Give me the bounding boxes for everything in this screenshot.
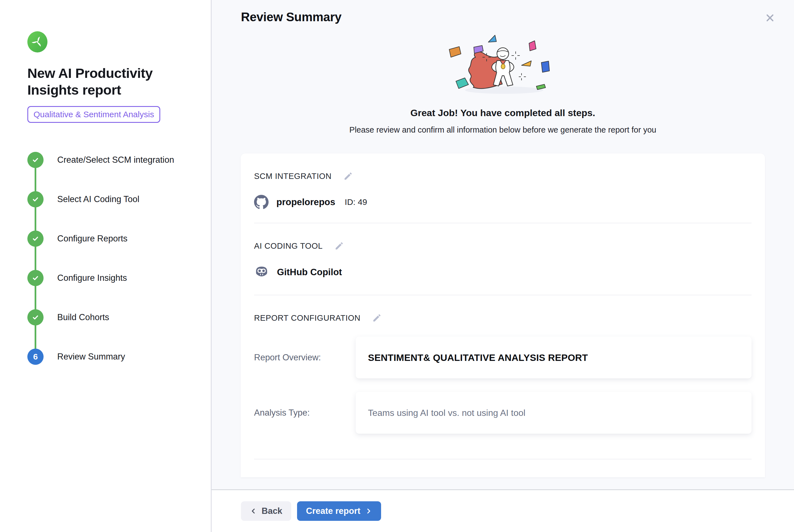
report-wizard-title: New AI Productivity Insights report <box>27 65 178 98</box>
check-icon <box>31 234 40 243</box>
wizard-footer: Back Create report <box>212 489 794 532</box>
step-done-circle <box>27 270 43 286</box>
scm-section-header: SCM INTEGRATION <box>254 153 752 182</box>
pencil-icon <box>343 171 353 181</box>
github-octocat-icon <box>254 195 269 209</box>
wizard-steps: Create/Select SCM integration Select AI … <box>27 152 200 365</box>
celebration-hero-illustration <box>441 34 564 95</box>
close-button[interactable] <box>762 10 778 26</box>
wizard-sidebar: New AI Productivity Insights report Qual… <box>0 0 212 532</box>
back-button-label: Back <box>262 506 282 516</box>
step-current-circle: 6 <box>27 349 43 365</box>
summary-card: SCM INTEGRATION propelorepos ID: 49 AI C… <box>241 153 765 477</box>
check-icon <box>31 195 40 204</box>
create-report-label: Create report <box>306 506 360 516</box>
close-icon <box>764 12 776 24</box>
report-config-section-label: REPORT CONFIGURATION <box>254 314 360 323</box>
step-label: Build Cohorts <box>57 312 109 322</box>
ai-tool-name: GitHub Copilot <box>277 267 342 278</box>
chevron-right-icon <box>365 508 372 515</box>
analysis-type-badge: Qualitative & Sentiment Analysis <box>27 106 160 123</box>
report-overview-row: Report Overview: SENTIMENT& QUALITATIVE … <box>254 337 752 379</box>
panel-title: Review Summary <box>241 10 341 24</box>
step-create-select-scm[interactable]: Create/Select SCM integration <box>27 152 200 168</box>
step-label: Review Summary <box>57 352 125 362</box>
pencil-icon <box>335 241 344 251</box>
step-done-circle <box>27 191 43 207</box>
step-label: Select AI Coding Tool <box>57 194 139 204</box>
scm-integration-row: propelorepos ID: 49 <box>254 195 752 209</box>
report-overview-value-box: SENTIMENT& QUALITATIVE ANALYSIS REPORT <box>356 337 752 379</box>
step-configure-reports[interactable]: Configure Reports <box>27 231 200 247</box>
check-icon <box>31 156 40 164</box>
ai-tool-section-label: AI CODING TOOL <box>254 242 323 251</box>
step-configure-insights[interactable]: Configure Insights <box>27 270 200 286</box>
step-done-circle <box>27 231 43 247</box>
step-build-cohorts[interactable]: Build Cohorts <box>27 309 200 325</box>
scm-integration-name: propelorepos <box>277 197 335 207</box>
congrats-heading: Great Job! You have completed all steps. <box>410 108 595 118</box>
report-overview-label: Report Overview: <box>254 353 356 363</box>
scm-integration-id: ID: 49 <box>345 197 367 207</box>
report-overview-value: SENTIMENT& QUALITATIVE ANALYSIS REPORT <box>368 352 588 363</box>
chevron-left-icon <box>250 508 257 515</box>
check-icon <box>31 313 40 322</box>
step-select-ai-tool[interactable]: Select AI Coding Tool <box>27 191 200 207</box>
edit-ai-tool-button[interactable] <box>334 241 344 251</box>
review-summary-content: Review Summary <box>212 0 794 489</box>
check-icon <box>31 274 40 282</box>
section-divider <box>254 459 752 459</box>
step-label: Create/Select SCM integration <box>57 155 174 165</box>
step-review-summary[interactable]: 6 Review Summary <box>27 349 200 365</box>
propeller-icon <box>31 36 43 48</box>
step-label: Configure Reports <box>57 234 128 244</box>
analysis-type-value: Teams using AI tool vs. not using AI too… <box>368 408 525 418</box>
github-copilot-icon <box>254 265 269 280</box>
pencil-icon <box>372 313 382 323</box>
step-number: 6 <box>33 352 38 361</box>
scm-section-label: SCM INTEGRATION <box>254 172 332 181</box>
ai-tool-row: GitHub Copilot <box>254 265 752 280</box>
back-button[interactable]: Back <box>241 501 291 521</box>
edit-scm-button[interactable] <box>343 171 354 182</box>
report-config-section-header: REPORT CONFIGURATION <box>254 312 752 323</box>
panel-header: Review Summary <box>212 0 794 26</box>
step-label: Configure Insights <box>57 273 127 283</box>
propeller-logo-icon <box>27 31 48 53</box>
step-connector-line <box>35 160 36 357</box>
ai-tool-section-header: AI CODING TOOL <box>254 241 752 251</box>
congrats-subheading: Please review and confirm all informatio… <box>349 125 656 135</box>
step-done-circle <box>27 152 43 168</box>
section-divider <box>254 295 752 295</box>
step-done-circle <box>27 309 43 325</box>
analysis-type-label: Analysis Type: <box>254 408 356 418</box>
analysis-type-value-box: Teams using AI tool vs. not using AI too… <box>356 392 752 434</box>
edit-report-config-button[interactable] <box>372 312 382 323</box>
section-divider <box>254 223 752 223</box>
analysis-type-row: Analysis Type: Teams using AI tool vs. n… <box>254 392 752 434</box>
review-summary-panel: Review Summary <box>212 0 794 532</box>
create-report-button[interactable]: Create report <box>297 501 381 521</box>
